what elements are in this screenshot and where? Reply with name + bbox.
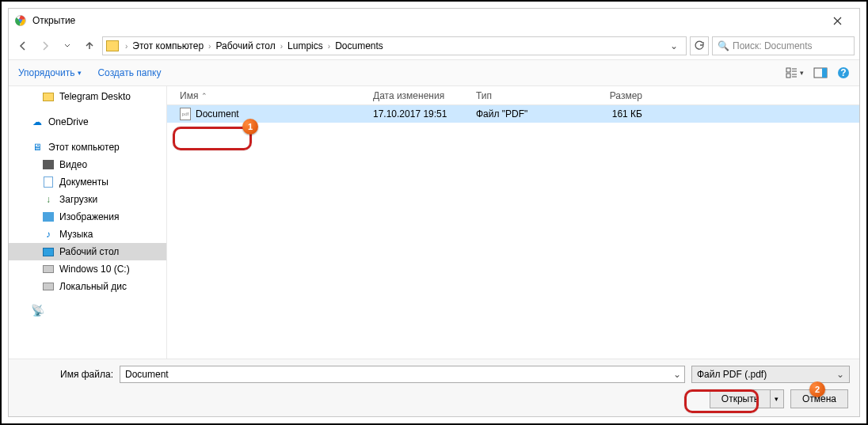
tree-item-music[interactable]: ♪Музыка	[9, 226, 166, 243]
help-icon: ?	[837, 66, 850, 79]
breadcrumb[interactable]: Рабочий стол	[214, 40, 276, 51]
file-row[interactable]: pdf Document 17.10.2017 19:51 Файл "PDF"…	[167, 105, 859, 123]
annotation-badge: 1	[242, 119, 258, 135]
tree-item-onedrive[interactable]: ☁OneDrive	[9, 113, 166, 131]
preview-pane-button[interactable]	[813, 67, 828, 78]
open-button[interactable]: Открыть ▾	[710, 389, 784, 408]
refresh-button[interactable]	[690, 36, 709, 55]
new-folder-button[interactable]: Создать папку	[97, 67, 161, 78]
network-icon: 📡	[31, 304, 44, 317]
tree-item-documents[interactable]: Документы	[9, 173, 166, 191]
filename-label: Имя файла:	[18, 369, 113, 380]
organize-button[interactable]: Упорядочить▾	[18, 67, 82, 78]
drive-icon	[43, 265, 54, 273]
file-size: 161 КБ	[579, 108, 658, 120]
download-icon: ↓	[42, 193, 55, 206]
pc-icon: 🖥	[31, 141, 44, 154]
toolbar: Упорядочить▾ Создать папку ▾ ?	[9, 59, 859, 86]
tree-item-network[interactable]: 📡	[9, 302, 166, 319]
tree-item[interactable]: Telegram Deskto	[9, 88, 166, 105]
music-icon: ♪	[42, 228, 55, 241]
chevron-right-icon: ›	[325, 42, 333, 51]
annotation-badge: 2	[809, 381, 825, 397]
tree-item-drive-c[interactable]: Windows 10 (C:)	[9, 260, 166, 278]
search-icon: 🔍	[718, 40, 729, 51]
window-title: Открытие	[32, 15, 821, 26]
search-placeholder: Поиск: Documents	[733, 40, 813, 51]
chevron-right-icon: ›	[277, 42, 286, 51]
column-date[interactable]: Дата изменения	[373, 90, 476, 101]
svg-rect-2	[786, 68, 790, 72]
svg-rect-3	[786, 74, 790, 78]
help-button[interactable]: ?	[837, 66, 850, 79]
search-input[interactable]: 🔍 Поиск: Documents	[712, 36, 855, 55]
column-size[interactable]: Размер	[579, 90, 658, 101]
breadcrumb[interactable]: Documents	[333, 40, 385, 51]
svg-rect-5	[822, 68, 827, 78]
column-type[interactable]: Тип	[476, 90, 579, 101]
file-date: 17.10.2017 19:51	[373, 108, 476, 120]
sort-asc-icon: ⌃	[201, 92, 207, 100]
open-file-dialog: Открытие › Этот компьютер › Рабочий стол…	[8, 8, 860, 417]
onedrive-icon: ☁	[31, 116, 44, 128]
chrome-icon	[15, 15, 26, 26]
forward-button[interactable]	[36, 36, 55, 55]
tree-item-videos[interactable]: Видео	[9, 156, 166, 173]
tree-item-local-disk[interactable]: Локальный дис	[9, 278, 166, 295]
navigation-tree: Telegram Deskto ☁OneDrive 🖥Этот компьюте…	[9, 86, 167, 359]
navigation-bar: › Этот компьютер › Рабочий стол › Lumpic…	[9, 32, 859, 59]
chevron-down-icon: ⌄	[836, 369, 844, 380]
address-dropdown[interactable]: ⌄	[665, 40, 683, 51]
tree-item-desktop[interactable]: Рабочий стол	[9, 243, 166, 260]
column-headers: Имя⌃ Дата изменения Тип Размер	[167, 86, 859, 105]
file-list: Имя⌃ Дата изменения Тип Размер pdf Docum…	[167, 86, 859, 359]
folder-icon	[106, 40, 119, 51]
filename-input[interactable]: Document ⌄	[120, 366, 685, 383]
pictures-icon	[43, 212, 54, 222]
open-dropdown[interactable]: ▾	[771, 395, 783, 403]
pdf-file-icon: pdf	[180, 108, 191, 120]
file-type-filter[interactable]: Файл PDF (.pdf) ⌄	[691, 366, 850, 383]
chevron-right-icon: ›	[122, 42, 131, 51]
video-icon	[43, 160, 54, 169]
bottom-panel: Имя файла: Document ⌄ Файл PDF (.pdf) ⌄ …	[9, 359, 859, 416]
desktop-icon	[43, 248, 54, 256]
preview-icon	[813, 67, 828, 78]
up-button[interactable]	[80, 36, 99, 55]
chevron-down-icon: ⌄	[673, 369, 681, 380]
breadcrumb[interactable]: Этот компьютер	[131, 40, 205, 51]
address-bar[interactable]: › Этот компьютер › Рабочий стол › Lumpic…	[102, 36, 687, 55]
titlebar: Открытие	[9, 9, 859, 32]
drive-icon	[43, 283, 54, 290]
svg-text:?: ?	[840, 67, 846, 78]
file-type: Файл "PDF"	[476, 108, 579, 120]
view-options-button[interactable]: ▾	[786, 67, 804, 78]
tree-item-pictures[interactable]: Изображения	[9, 208, 166, 226]
recent-dropdown[interactable]	[58, 36, 77, 55]
file-name: Document	[196, 108, 239, 120]
close-button[interactable]	[821, 9, 853, 32]
tree-item-downloads[interactable]: ↓Загрузки	[9, 191, 166, 208]
column-name[interactable]: Имя⌃	[167, 90, 373, 101]
folder-icon	[43, 93, 54, 101]
back-button[interactable]	[13, 36, 32, 55]
chevron-right-icon: ›	[205, 42, 214, 51]
tree-item-this-pc[interactable]: 🖥Этот компьютер	[9, 139, 166, 156]
document-icon	[44, 176, 53, 188]
breadcrumb[interactable]: Lumpics	[286, 40, 325, 51]
view-icon	[786, 67, 798, 78]
close-icon	[833, 17, 842, 25]
